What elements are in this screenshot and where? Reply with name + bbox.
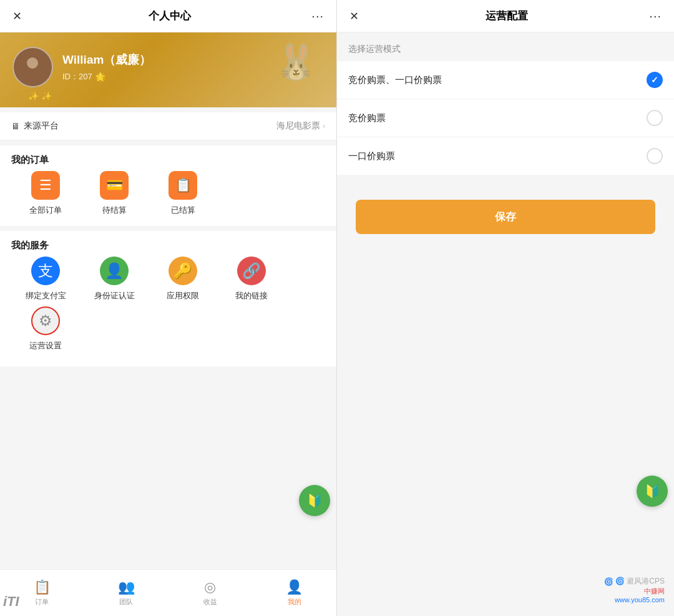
- nav-orders-label: 订单: [35, 597, 49, 607]
- service-alipay[interactable]: 支 绑定支付宝: [11, 257, 80, 301]
- right-floating-button[interactable]: 🔰: [637, 476, 668, 507]
- id-cert-icon: 👤: [100, 257, 129, 285]
- radio-option-auction[interactable]: 竞价购票: [337, 99, 674, 137]
- app-perms-icon: 🔑: [168, 257, 197, 285]
- left-close-icon[interactable]: ✕: [12, 9, 27, 23]
- watermark-line3: www.you85.com: [604, 596, 665, 604]
- my-link-label: 我的链接: [235, 290, 268, 301]
- order-settled-label: 已结算: [171, 205, 195, 216]
- right-panel: ✕ 运营配置 ··· 选择运营模式 竞价购票、一口价购票 ✓ 竞价购票 一口价购…: [337, 0, 674, 616]
- alipay-icon: 支: [31, 257, 60, 285]
- nav-mine-label: 我的: [288, 597, 301, 607]
- services-title: 我的服务: [11, 231, 325, 257]
- nav-mine-icon: 👤: [286, 579, 303, 595]
- service-app-perms[interactable]: 🔑 应用权限: [149, 257, 217, 301]
- svg-point-0: [27, 57, 38, 69]
- radio-fixed-circle[interactable]: [647, 148, 663, 164]
- avatar: [12, 47, 53, 87]
- rabbit-decoration: 🐰: [275, 42, 318, 82]
- iti-badge: iTI: [3, 594, 19, 610]
- radio-both-circle[interactable]: ✓: [647, 72, 663, 88]
- left-menu-icon[interactable]: ···: [311, 9, 324, 23]
- order-pending-icon-wrap: 💳: [100, 171, 129, 200]
- my-link-icon: 🔗: [237, 257, 266, 285]
- source-label: 🖥 来源平台: [11, 120, 59, 132]
- profile-id: ID：207 🌟: [62, 71, 151, 82]
- radio-option-fixed[interactable]: 一口价购票: [337, 137, 674, 175]
- order-settled-icon-wrap: 📋: [168, 171, 197, 200]
- radio-auction-label: 竞价购票: [348, 112, 647, 124]
- radio-list: 竞价购票、一口价购票 ✓ 竞价购票 一口价购票: [337, 61, 674, 175]
- order-grid: ☰ 全部订单 💳 待结算 📋 已结算: [11, 171, 325, 226]
- order-item-pending[interactable]: 💳 待结算: [80, 171, 149, 216]
- radio-both-label: 竞价购票、一口价购票: [348, 74, 647, 86]
- chevron-right-icon: ›: [323, 122, 325, 130]
- service-ops-settings[interactable]: ⚙ 运营设置: [11, 306, 80, 351]
- order-all-icon-wrap: ☰: [31, 171, 60, 200]
- service-id-cert[interactable]: 👤 身份证认证: [80, 257, 149, 301]
- svg-point-1: [24, 69, 41, 81]
- order-item-all[interactable]: ☰ 全部订单: [11, 171, 80, 216]
- save-button[interactable]: 保存: [356, 200, 655, 234]
- floating-icon: 🔰: [307, 493, 323, 508]
- watermark-line1: 🌀 🌀 避风港CPS: [604, 576, 665, 587]
- services-grid: 支 绑定支付宝 👤 身份证认证 🔑 应用权限 🔗 我的链接 ⚙ 运营设置: [11, 257, 325, 366]
- left-floating-button[interactable]: 🔰: [299, 485, 330, 516]
- nav-earnings-icon: ◎: [204, 579, 216, 595]
- profile-info: William（威廉） ID：207 🌟: [62, 52, 151, 82]
- watermark-line2: 中赚网: [604, 587, 665, 596]
- profile-name: William（威廉）: [62, 52, 151, 68]
- order-item-settled[interactable]: 📋 已结算: [149, 171, 217, 216]
- right-header: ✕ 运营配置 ···: [337, 0, 674, 32]
- ops-settings-label: 运营设置: [29, 340, 62, 351]
- profile-banner: William（威廉） ID：207 🌟 🐰 ✨ ✨: [0, 32, 336, 107]
- source-platform-row[interactable]: 🖥 来源平台 海尼电影票 ›: [0, 112, 336, 140]
- app-perms-label: 应用权限: [167, 290, 199, 301]
- left-title: 个人中心: [27, 9, 311, 23]
- ops-settings-icon: ⚙: [31, 306, 60, 335]
- radio-option-both[interactable]: 竞价购票、一口价购票 ✓: [337, 61, 674, 99]
- orders-section: 我的订单 ☰ 全部订单 💳 待结算 📋 已结算: [0, 145, 336, 226]
- radio-fixed-label: 一口价购票: [348, 150, 647, 162]
- radio-auction-circle[interactable]: [647, 110, 663, 126]
- order-settled-icon: 📋: [175, 177, 192, 193]
- nav-orders-icon: 📋: [34, 579, 51, 595]
- monitor-icon: 🖥: [11, 121, 20, 131]
- ops-section-title: 选择运营模式: [337, 32, 674, 61]
- watermark: 🌀 🌀 避风港CPS 中赚网 www.you85.com: [604, 576, 665, 604]
- right-close-icon[interactable]: ✕: [349, 9, 364, 23]
- order-pending-label: 待结算: [102, 205, 127, 216]
- order-all-icon: ☰: [39, 177, 52, 193]
- order-pending-icon: 💳: [106, 177, 123, 193]
- services-section: 我的服务 支 绑定支付宝 👤 身份证认证 🔑 应用权限 🔗 我的链接: [0, 231, 336, 366]
- radio-check-icon: ✓: [651, 75, 658, 85]
- left-panel: ✕ 个人中心 ··· William（威廉） ID：207 🌟 🐰 ✨ ✨ 🖥 …: [0, 0, 337, 616]
- profile-badge: 🌟: [95, 72, 105, 82]
- order-all-label: 全部订单: [29, 205, 62, 216]
- alipay-label: 绑定支付宝: [26, 290, 66, 301]
- nav-team-icon: 👥: [118, 579, 135, 595]
- right-floating-icon: 🔰: [645, 484, 660, 499]
- service-my-link[interactable]: 🔗 我的链接: [217, 257, 286, 301]
- nav-earnings-label: 收益: [203, 597, 217, 607]
- left-header: ✕ 个人中心 ···: [0, 0, 336, 32]
- right-title: 运营配置: [364, 9, 649, 23]
- bottom-nav: 📋 订单 👥 团队 ◎ 收益 👤 我的: [0, 569, 336, 616]
- stars-decoration: ✨ ✨: [28, 91, 52, 101]
- nav-mine[interactable]: 👤 我的: [252, 570, 336, 616]
- orders-title: 我的订单: [11, 145, 325, 171]
- nav-team[interactable]: 👥 团队: [84, 570, 168, 616]
- nav-earnings[interactable]: ◎ 收益: [168, 570, 253, 616]
- nav-team-label: 团队: [119, 597, 133, 607]
- id-cert-label: 身份证认证: [94, 290, 135, 301]
- source-value: 海尼电影票 ›: [276, 120, 325, 132]
- right-menu-icon[interactable]: ···: [649, 9, 662, 23]
